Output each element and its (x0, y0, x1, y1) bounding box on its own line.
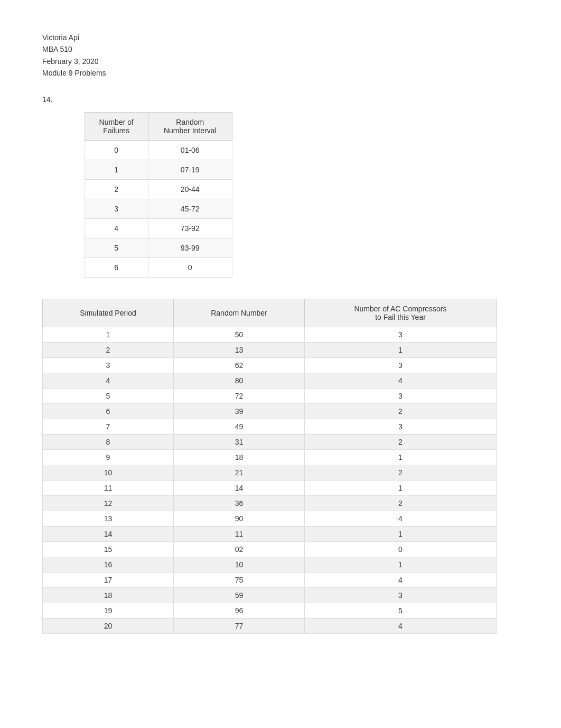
period-cell: 3 (43, 357, 174, 373)
col2-header: RandomNumber Interval (148, 112, 232, 140)
random-cell: 14 (174, 480, 305, 495)
random-cell: 75 (174, 572, 305, 587)
table-row: 10 21 2 (43, 465, 497, 480)
ac-failures-cell: 0 (305, 541, 497, 557)
ac-failures-header: Number of AC Compressorsto Fail this Yea… (305, 299, 497, 327)
ac-failures-cell: 4 (305, 511, 497, 526)
random-cell: 18 (174, 449, 305, 465)
ac-failures-cell: 4 (305, 373, 497, 388)
failures-cell: 5 (85, 238, 148, 257)
table-row: 20 77 4 (43, 618, 497, 633)
course: MBA 510 (42, 43, 519, 55)
random-cell: 10 (174, 557, 305, 572)
table-row: 4 80 4 (43, 373, 497, 388)
ac-failures-cell: 4 (305, 572, 497, 587)
ac-failures-cell: 1 (305, 526, 497, 541)
interval-cell: 93-99 (148, 238, 232, 257)
interval-cell: 20-44 (148, 179, 232, 199)
ac-failures-cell: 1 (305, 480, 497, 495)
ac-failures-cell: 1 (305, 449, 497, 465)
table-row: 19 96 5 (43, 603, 497, 618)
table-row: 2 13 1 (43, 342, 497, 357)
table-row: 18 59 3 (43, 587, 497, 603)
table-row: 6 39 2 (43, 403, 497, 419)
table-row: 12 36 2 (43, 495, 497, 511)
failures-cell: 0 (85, 140, 148, 160)
random-cell: 21 (174, 465, 305, 480)
table-row: 1 50 3 (43, 327, 497, 342)
table-row: 8 31 2 (43, 434, 497, 449)
author-name: Victoria Api (42, 32, 519, 43)
ac-failures-cell: 1 (305, 557, 497, 572)
interval-cell: 73-92 (148, 218, 232, 238)
period-cell: 15 (43, 541, 174, 557)
header-block: Victoria Api MBA 510 February 3, 2020 Mo… (42, 32, 519, 79)
random-cell: 36 (174, 495, 305, 511)
ac-failures-cell: 3 (305, 357, 497, 373)
failures-table: Number ofFailures RandomNumber Interval … (85, 112, 232, 278)
period-cell: 10 (43, 465, 174, 480)
random-cell: 59 (174, 587, 305, 603)
random-cell: 80 (174, 373, 305, 388)
period-cell: 16 (43, 557, 174, 572)
ac-failures-cell: 2 (305, 465, 497, 480)
interval-cell: 45-72 (148, 199, 232, 218)
period-cell: 4 (43, 373, 174, 388)
random-cell: 72 (174, 388, 305, 403)
random-cell: 62 (174, 357, 305, 373)
table-row: 9 18 1 (43, 449, 497, 465)
random-cell: 13 (174, 342, 305, 357)
ac-failures-cell: 3 (305, 388, 497, 403)
interval-cell: 01-06 (148, 140, 232, 160)
table-row: 11 14 1 (43, 480, 497, 495)
ac-failures-cell: 3 (305, 327, 497, 342)
table-row: 15 02 0 (43, 541, 497, 557)
interval-cell: 07-19 (148, 160, 232, 179)
random-number-header: Random Number (174, 299, 305, 327)
random-cell: 31 (174, 434, 305, 449)
ac-failures-cell: 4 (305, 618, 497, 633)
simulation-table: Simulated Period Random Number Number of… (42, 299, 497, 634)
failures-cell: 1 (85, 160, 148, 179)
ac-failures-cell: 1 (305, 342, 497, 357)
module: Module 9 Problems (42, 67, 519, 79)
random-cell: 11 (174, 526, 305, 541)
period-cell: 1 (43, 327, 174, 342)
table-row: 6 0 (85, 257, 232, 277)
random-cell: 02 (174, 541, 305, 557)
period-cell: 7 (43, 419, 174, 434)
sim-period-header: Simulated Period (43, 299, 174, 327)
ac-failures-cell: 3 (305, 419, 497, 434)
random-cell: 90 (174, 511, 305, 526)
period-cell: 17 (43, 572, 174, 587)
random-cell: 96 (174, 603, 305, 618)
random-cell: 77 (174, 618, 305, 633)
table-row: 5 93-99 (85, 238, 232, 257)
table-row: 7 49 3 (43, 419, 497, 434)
period-cell: 8 (43, 434, 174, 449)
period-cell: 18 (43, 587, 174, 603)
ac-failures-cell: 3 (305, 587, 497, 603)
failures-cell: 2 (85, 179, 148, 199)
failures-cell: 6 (85, 257, 148, 277)
period-cell: 2 (43, 342, 174, 357)
period-cell: 9 (43, 449, 174, 465)
table-row: 2 20-44 (85, 179, 232, 199)
period-cell: 6 (43, 403, 174, 419)
period-cell: 5 (43, 388, 174, 403)
table-row: 13 90 4 (43, 511, 497, 526)
period-cell: 20 (43, 618, 174, 633)
table-row: 16 10 1 (43, 557, 497, 572)
col1-header: Number ofFailures (85, 112, 148, 140)
table-row: 5 72 3 (43, 388, 497, 403)
table-row: 14 11 1 (43, 526, 497, 541)
failures-cell: 4 (85, 218, 148, 238)
ac-failures-cell: 5 (305, 603, 497, 618)
interval-cell: 0 (148, 257, 232, 277)
table-row: 3 62 3 (43, 357, 497, 373)
ac-failures-cell: 2 (305, 403, 497, 419)
small-table-wrapper: Number ofFailures RandomNumber Interval … (85, 112, 519, 278)
table-row: 3 45-72 (85, 199, 232, 218)
period-cell: 11 (43, 480, 174, 495)
table-row: 0 01-06 (85, 140, 232, 160)
